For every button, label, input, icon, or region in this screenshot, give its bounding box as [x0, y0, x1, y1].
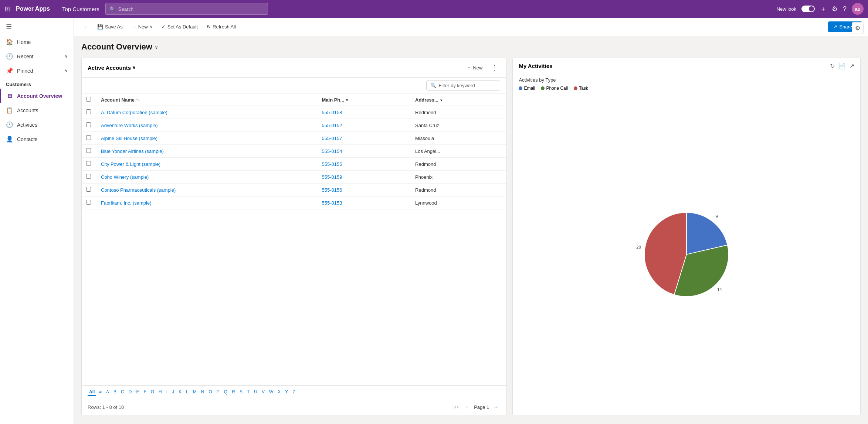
row-checkbox-cell[interactable]: [82, 145, 96, 158]
alpha-item-o[interactable]: O: [207, 389, 214, 396]
alpha-item-u[interactable]: U: [252, 389, 259, 396]
sidebar-item-contacts[interactable]: 👤 Contacts: [0, 132, 74, 146]
sidebar-item-accounts[interactable]: 📋 Accounts: [0, 103, 74, 117]
alpha-item-j[interactable]: J: [170, 389, 176, 396]
help-icon[interactable]: ?: [843, 5, 847, 13]
table-row[interactable]: Fabrikam, Inc. (sample) 555-0153 Lynnwoo…: [82, 196, 506, 209]
settings-icon[interactable]: ⚙: [832, 5, 838, 13]
row-phone[interactable]: 555-0158: [317, 106, 411, 119]
row-account-name[interactable]: Coho Winery (sample): [96, 171, 317, 184]
alpha-item-t[interactable]: T: [245, 389, 251, 396]
alpha-item-s[interactable]: S: [238, 389, 244, 396]
select-all-header[interactable]: [82, 94, 96, 106]
row-account-name[interactable]: City Power & Light (sample): [96, 158, 317, 171]
refresh-all-button[interactable]: ↻ Refresh All: [203, 22, 240, 32]
select-all-checkbox[interactable]: [86, 97, 91, 102]
alpha-item-w[interactable]: W: [268, 389, 275, 396]
top-right-settings-icon[interactable]: ⚙: [852, 22, 864, 34]
sidebar-item-pinned[interactable]: 📌 Pinned ∨: [0, 64, 74, 78]
row-phone[interactable]: 555-0156: [317, 184, 411, 196]
row-checkbox-cell[interactable]: [82, 171, 96, 184]
alpha-item-p[interactable]: P: [215, 389, 221, 396]
alpha-item-l[interactable]: L: [184, 389, 190, 396]
row-phone[interactable]: 555-0154: [317, 145, 411, 158]
alpha-item-z[interactable]: Z: [291, 389, 296, 396]
row-phone[interactable]: 555-0152: [317, 119, 411, 132]
alpha-item-f[interactable]: F: [142, 389, 148, 396]
alpha-item-k[interactable]: K: [177, 389, 183, 396]
row-account-name[interactable]: A. Datum Corporation (sample): [96, 106, 317, 119]
activities-view-button[interactable]: 📄: [838, 62, 846, 69]
alpha-item-all[interactable]: All: [88, 389, 96, 396]
alpha-item-#[interactable]: #: [98, 389, 103, 396]
alpha-item-v[interactable]: V: [260, 389, 266, 396]
row-account-name[interactable]: Contoso Pharmaceuticals (sample): [96, 184, 317, 196]
search-bar[interactable]: 🔍 Search: [105, 3, 268, 15]
row-checkbox[interactable]: [86, 200, 91, 205]
row-account-name[interactable]: Blue Yonder Airlines (sample): [96, 145, 317, 158]
col-header-name[interactable]: Account Name ↑↓: [96, 94, 317, 106]
accounts-panel-title[interactable]: Active Accounts ∨: [88, 65, 136, 71]
alpha-item-x[interactable]: X: [276, 389, 282, 396]
sidebar-item-home[interactable]: 🏠 Home: [0, 35, 74, 49]
row-account-name[interactable]: Alpine Ski House (sample): [96, 132, 317, 145]
first-page-button[interactable]: ⏮: [452, 403, 461, 411]
page-title-chevron[interactable]: ∨: [155, 44, 158, 50]
set-default-button[interactable]: ✓ Set As Default: [158, 22, 201, 32]
sidebar-item-recent[interactable]: 🕐 Recent ∨: [0, 49, 74, 64]
activities-refresh-button[interactable]: ↻: [830, 62, 835, 69]
row-phone[interactable]: 555-0157: [317, 132, 411, 145]
row-checkbox-cell[interactable]: [82, 106, 96, 119]
new-button[interactable]: ＋ New ∨: [128, 21, 156, 33]
row-checkbox[interactable]: [86, 148, 91, 153]
row-checkbox-cell[interactable]: [82, 158, 96, 171]
alpha-item-r[interactable]: R: [230, 389, 237, 396]
row-account-name[interactable]: Fabrikam, Inc. (sample): [96, 196, 317, 209]
alpha-item-h[interactable]: H: [157, 389, 163, 396]
alpha-item-g[interactable]: G: [149, 389, 156, 396]
row-account-name[interactable]: Adventure Works (sample): [96, 119, 317, 132]
table-row[interactable]: Adventure Works (sample) 555-0152 Santa …: [82, 119, 506, 132]
sidebar-item-account-overview[interactable]: ⊞ Account Overview: [0, 89, 74, 103]
row-checkbox[interactable]: [86, 122, 91, 127]
alpha-item-a[interactable]: A: [105, 389, 111, 396]
activities-expand-button[interactable]: ↗: [850, 62, 854, 69]
alpha-item-y[interactable]: Y: [284, 389, 289, 396]
accounts-more-button[interactable]: ⋮: [489, 63, 500, 72]
row-checkbox[interactable]: [86, 109, 91, 114]
filter-input[interactable]: 🔍 Filter by keyword: [426, 81, 500, 90]
prev-page-button[interactable]: ←: [463, 403, 472, 411]
new-look-toggle[interactable]: [801, 6, 815, 12]
table-row[interactable]: Alpine Ski House (sample) 555-0157 Misso…: [82, 132, 506, 145]
col-header-address[interactable]: Address... ∨: [411, 94, 506, 106]
table-row[interactable]: Coho Winery (sample) 555-0159 Phoenix: [82, 171, 506, 184]
row-phone[interactable]: 555-0155: [317, 158, 411, 171]
alpha-item-c[interactable]: C: [119, 389, 126, 396]
row-phone[interactable]: 555-0159: [317, 171, 411, 184]
row-checkbox-cell[interactable]: [82, 184, 96, 196]
row-checkbox-cell[interactable]: [82, 132, 96, 145]
table-row[interactable]: Contoso Pharmaceuticals (sample) 555-015…: [82, 184, 506, 196]
alpha-item-d[interactable]: D: [127, 389, 133, 396]
next-page-button[interactable]: →: [491, 403, 500, 411]
alpha-item-b[interactable]: B: [112, 389, 118, 396]
alpha-item-m[interactable]: M: [191, 389, 198, 396]
accounts-new-button[interactable]: ＋ New: [463, 62, 486, 73]
waffle-menu[interactable]: ⊞: [4, 5, 10, 13]
avatar[interactable]: au: [852, 3, 864, 15]
sidebar-item-activities[interactable]: 🕐 Activities: [0, 117, 74, 132]
row-checkbox[interactable]: [86, 174, 91, 179]
row-checkbox[interactable]: [86, 135, 91, 140]
row-checkbox[interactable]: [86, 161, 91, 166]
table-row[interactable]: A. Datum Corporation (sample) 555-0158 R…: [82, 106, 506, 119]
row-checkbox[interactable]: [86, 187, 91, 192]
table-row[interactable]: City Power & Light (sample) 555-0155 Red…: [82, 158, 506, 171]
sidebar-menu-icon[interactable]: ☰: [0, 19, 74, 35]
alpha-item-n[interactable]: N: [200, 389, 206, 396]
add-icon[interactable]: ＋: [820, 4, 827, 13]
save-as-button[interactable]: 💾 Save As: [94, 22, 126, 32]
alpha-item-q[interactable]: Q: [223, 389, 229, 396]
alpha-item-e[interactable]: E: [135, 389, 140, 396]
col-header-phone[interactable]: Main Ph... ∨: [317, 94, 411, 106]
table-row[interactable]: Blue Yonder Airlines (sample) 555-0154 L…: [82, 145, 506, 158]
